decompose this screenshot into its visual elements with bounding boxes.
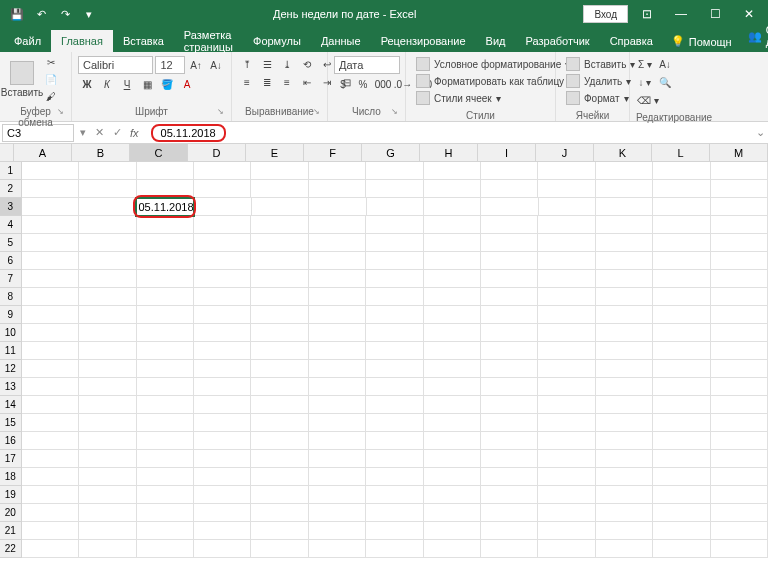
cell-C4[interactable] (137, 216, 194, 234)
cell-G12[interactable] (366, 360, 423, 378)
cell-K12[interactable] (596, 360, 653, 378)
cell-H14[interactable] (424, 396, 481, 414)
cell-K8[interactable] (596, 288, 653, 306)
column-header-C[interactable]: C (130, 144, 188, 161)
cell-I16[interactable] (481, 432, 538, 450)
cell-I13[interactable] (481, 378, 538, 396)
cell-M1[interactable] (711, 162, 768, 180)
bold-button[interactable]: Ж (78, 76, 96, 92)
number-dialog-launcher[interactable]: ↘ (391, 107, 403, 119)
row-header-4[interactable]: 4 (0, 216, 22, 234)
cell-M22[interactable] (711, 540, 768, 558)
cell-E7[interactable] (251, 270, 308, 288)
row-header-19[interactable]: 19 (0, 486, 22, 504)
cell-A16[interactable] (22, 432, 79, 450)
cut-button[interactable]: ✂ (42, 54, 60, 70)
cell-I2[interactable] (481, 180, 538, 198)
cell-E18[interactable] (251, 468, 308, 486)
cell-H2[interactable] (424, 180, 481, 198)
login-button[interactable]: Вход (583, 5, 628, 23)
cell-A20[interactable] (22, 504, 79, 522)
cell-L16[interactable] (653, 432, 710, 450)
cell-D3[interactable] (194, 198, 251, 216)
cell-C16[interactable] (137, 432, 194, 450)
cell-G6[interactable] (366, 252, 423, 270)
cell-G20[interactable] (366, 504, 423, 522)
cell-H16[interactable] (424, 432, 481, 450)
row-header-13[interactable]: 13 (0, 378, 22, 396)
undo-button[interactable]: ↶ (30, 3, 52, 25)
row-header-9[interactable]: 9 (0, 306, 22, 324)
borders-button[interactable]: ▦ (138, 76, 156, 92)
cell-B5[interactable] (79, 234, 136, 252)
cell-D18[interactable] (194, 468, 251, 486)
cell-I6[interactable] (481, 252, 538, 270)
cell-J9[interactable] (538, 306, 595, 324)
cell-L4[interactable] (653, 216, 710, 234)
cell-F11[interactable] (309, 342, 366, 360)
cell-A4[interactable] (22, 216, 79, 234)
cell-F22[interactable] (309, 540, 366, 558)
cell-F21[interactable] (309, 522, 366, 540)
cell-D4[interactable] (194, 216, 251, 234)
cell-C17[interactable] (137, 450, 194, 468)
column-header-G[interactable]: G (362, 144, 420, 161)
save-button[interactable]: 💾 (6, 3, 28, 25)
cell-F19[interactable] (309, 486, 366, 504)
row-header-8[interactable]: 8 (0, 288, 22, 306)
cell-D7[interactable] (194, 270, 251, 288)
cell-B22[interactable] (79, 540, 136, 558)
cell-H6[interactable] (424, 252, 481, 270)
font-size-combo[interactable]: 12 (155, 56, 185, 74)
cell-K1[interactable] (596, 162, 653, 180)
cell-K6[interactable] (596, 252, 653, 270)
cell-I21[interactable] (481, 522, 538, 540)
cell-C3[interactable]: 05.11.2018 (136, 198, 194, 216)
cell-L12[interactable] (653, 360, 710, 378)
cell-A6[interactable] (22, 252, 79, 270)
cell-M8[interactable] (711, 288, 768, 306)
cell-A18[interactable] (22, 468, 79, 486)
cell-H18[interactable] (424, 468, 481, 486)
cell-I8[interactable] (481, 288, 538, 306)
cell-L14[interactable] (653, 396, 710, 414)
cell-I20[interactable] (481, 504, 538, 522)
select-all-button[interactable] (0, 144, 14, 161)
cell-B14[interactable] (79, 396, 136, 414)
cell-A14[interactable] (22, 396, 79, 414)
cell-D8[interactable] (194, 288, 251, 306)
cell-E9[interactable] (251, 306, 308, 324)
cell-I4[interactable] (481, 216, 538, 234)
cell-I10[interactable] (481, 324, 538, 342)
tell-me-button[interactable]: 💡 Помощн (663, 31, 740, 52)
cell-L8[interactable] (653, 288, 710, 306)
decrease-indent-button[interactable]: ⇤ (298, 74, 316, 90)
cell-F10[interactable] (309, 324, 366, 342)
cell-E15[interactable] (251, 414, 308, 432)
cell-A2[interactable] (22, 180, 79, 198)
format-as-table-button[interactable]: Форматировать как таблицу ▾ (412, 73, 549, 89)
cell-H7[interactable] (424, 270, 481, 288)
cell-A9[interactable] (22, 306, 79, 324)
comma-format-button[interactable]: 000 (374, 76, 392, 92)
cell-M6[interactable] (711, 252, 768, 270)
format-painter-button[interactable]: 🖌 (42, 88, 60, 104)
cell-B16[interactable] (79, 432, 136, 450)
cell-K18[interactable] (596, 468, 653, 486)
cell-C19[interactable] (137, 486, 194, 504)
cell-I19[interactable] (481, 486, 538, 504)
cell-L17[interactable] (653, 450, 710, 468)
cell-A11[interactable] (22, 342, 79, 360)
cell-C18[interactable] (137, 468, 194, 486)
column-header-K[interactable]: K (594, 144, 652, 161)
row-header-16[interactable]: 16 (0, 432, 22, 450)
cell-K14[interactable] (596, 396, 653, 414)
row-header-14[interactable]: 14 (0, 396, 22, 414)
cell-J1[interactable] (538, 162, 595, 180)
cell-D19[interactable] (194, 486, 251, 504)
cell-J16[interactable] (538, 432, 595, 450)
cell-K20[interactable] (596, 504, 653, 522)
cell-G22[interactable] (366, 540, 423, 558)
cell-B3[interactable] (79, 198, 136, 216)
cell-E8[interactable] (251, 288, 308, 306)
